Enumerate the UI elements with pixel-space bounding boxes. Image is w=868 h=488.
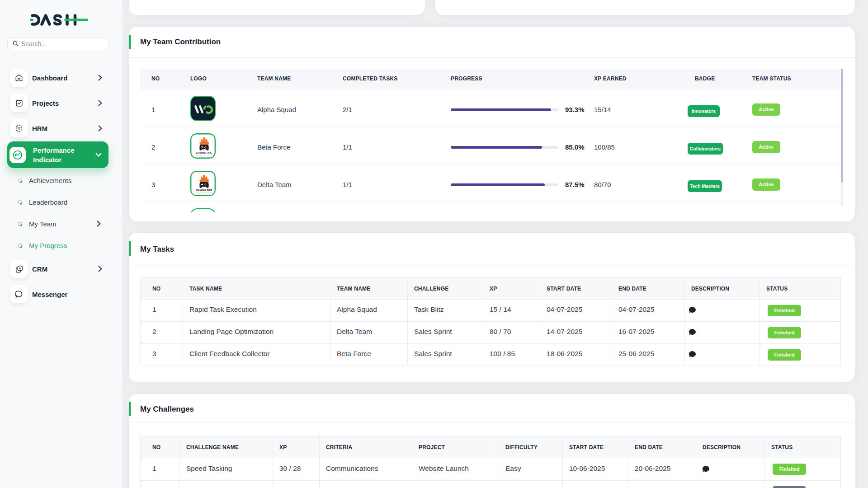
svg-text:GAMING FIRE: GAMING FIRE — [196, 151, 212, 154]
svg-text:GAMING FIRE: GAMING FIRE — [196, 189, 212, 192]
svg-text:YOUR COMPANY SLOGAN: YOUR COMPANY SLOGAN — [196, 192, 212, 193]
svg-text:YOUR COMPANY SLOGAN: YOUR COMPANY SLOGAN — [196, 155, 212, 155]
